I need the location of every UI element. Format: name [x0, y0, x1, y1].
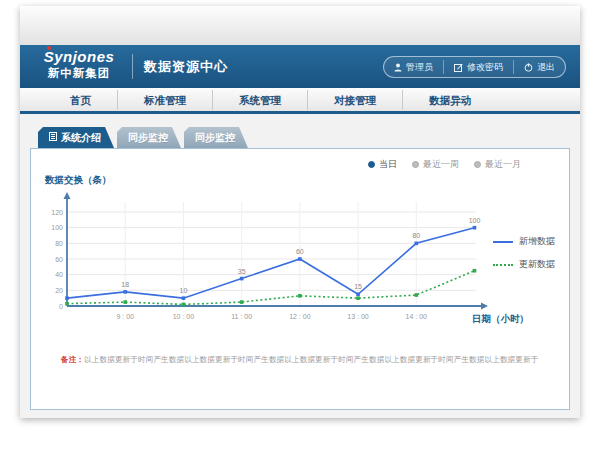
data-point — [65, 296, 69, 300]
x-tick-label: 9 : 00 — [116, 313, 134, 320]
chart-panel: 当日 最近一周 最近一月 0204060801001209 : 0010 : 0… — [30, 148, 570, 410]
logo-red-dot — [47, 46, 51, 50]
x-axis-arrow — [481, 303, 488, 310]
x-tick-label: 12 : 00 — [289, 313, 311, 320]
y-axis-arrow — [64, 192, 71, 199]
data-point — [414, 293, 418, 297]
edit-icon — [454, 63, 463, 72]
chart-legend: 新增数据 更新数据 — [493, 235, 555, 281]
tab-label: 同步监控 — [128, 127, 168, 148]
change-password-label: 修改密码 — [467, 61, 503, 74]
legend-item-updated-data: 更新数据 — [493, 258, 555, 271]
y-tick-label: 120 — [51, 209, 63, 216]
tab-sync-monitor-1[interactable]: 同步监控 — [117, 127, 181, 148]
logout-label: 退出 — [537, 61, 555, 74]
app-title: 数据资源中心 — [144, 45, 228, 88]
logo-text-cn: 新中新集团 — [36, 68, 122, 80]
data-point — [123, 300, 127, 304]
document-icon — [49, 127, 57, 148]
tab-bar: 系统介绍 同步监控 同步监控 — [38, 127, 580, 148]
nav-item-integration-mgmt[interactable]: 对接管理 — [307, 90, 402, 110]
x-tick-label: 11 : 00 — [231, 313, 252, 320]
power-icon — [524, 63, 533, 72]
legend-line-dotted — [493, 264, 513, 266]
data-point — [473, 226, 477, 230]
x-tick-label: 10 : 00 — [173, 313, 195, 320]
data-point — [473, 269, 477, 273]
point-label: 35 — [238, 268, 246, 275]
x-tick-label: 13 : 00 — [347, 313, 369, 320]
app-header: Synjones 新中新集团 数据资源中心 管理员 修改密码 — [20, 45, 580, 88]
legend-line-solid — [493, 241, 513, 243]
radio-dot — [412, 161, 419, 168]
point-label: 80 — [412, 232, 420, 239]
x-axis-title: 日期（小时） — [472, 313, 529, 325]
tab-sync-monitor-2[interactable]: 同步监控 — [184, 127, 248, 148]
y-tick-label: 40 — [55, 271, 63, 278]
y-tick-label: 0 — [59, 303, 63, 310]
data-point — [298, 257, 302, 261]
data-point — [356, 296, 360, 300]
header-divider — [132, 54, 133, 79]
data-point — [414, 242, 418, 246]
legend-item-new-data: 新增数据 — [493, 235, 555, 248]
page-top-strip — [20, 6, 580, 45]
user-label: 管理员 — [406, 61, 433, 74]
nav-item-home[interactable]: 首页 — [44, 90, 117, 110]
main-nav: 首页 标准管理 系统管理 对接管理 数据异动 — [20, 88, 580, 114]
data-point — [298, 294, 302, 298]
footnote: 备注：以上数据更新于时间产生数据以上数据更新于时间产生数据以上数据更新于时间产生… — [61, 355, 538, 365]
y-tick-label: 100 — [51, 224, 63, 231]
data-point — [240, 300, 244, 304]
tab-system-intro[interactable]: 系统介绍 — [38, 127, 114, 148]
y-axis-title: 数据交换（条） — [44, 174, 112, 186]
footnote-label: 备注： — [61, 355, 84, 364]
data-point — [123, 290, 127, 294]
nav-item-system-mgmt[interactable]: 系统管理 — [212, 90, 307, 110]
page: Synjones 新中新集团 数据资源中心 管理员 修改密码 — [20, 6, 580, 418]
point-label: 15 — [354, 283, 362, 290]
data-point — [182, 303, 186, 307]
point-label: 60 — [296, 248, 304, 255]
exchange-line-chart: 0204060801001209 : 0010 : 0011 : 0012 : … — [37, 169, 567, 331]
logo-text-en: Synjones — [44, 49, 115, 64]
radio-dot — [474, 161, 481, 168]
data-point — [65, 302, 69, 306]
nav-item-data-changes[interactable]: 数据异动 — [402, 90, 497, 110]
logout-button[interactable]: 退出 — [513, 60, 565, 74]
legend-label: 新增数据 — [519, 235, 555, 248]
point-label: 100 — [469, 217, 481, 224]
data-point — [356, 292, 360, 296]
legend-label: 更新数据 — [519, 258, 555, 271]
tab-label: 系统介绍 — [61, 127, 101, 148]
data-point — [240, 277, 244, 281]
tab-label: 同步监控 — [195, 127, 235, 148]
point-label: 10 — [180, 287, 188, 294]
logo[interactable]: Synjones 新中新集团 — [36, 49, 122, 80]
y-tick-label: 20 — [55, 287, 63, 294]
nav-item-standard-mgmt[interactable]: 标准管理 — [117, 90, 212, 110]
radio-dot — [368, 161, 375, 168]
y-tick-label: 80 — [55, 240, 63, 247]
data-point — [182, 296, 186, 300]
change-password-button[interactable]: 修改密码 — [443, 60, 513, 74]
footnote-text: 以上数据更新于时间产生数据以上数据更新于时间产生数据以上数据更新于时间产生数据以… — [84, 355, 538, 364]
point-label: 18 — [121, 281, 129, 288]
x-tick-label: 14 : 00 — [406, 313, 428, 320]
y-tick-label: 60 — [55, 256, 63, 263]
user-menu[interactable]: 管理员 — [384, 60, 443, 74]
user-toolbar: 管理员 修改密码 退出 — [383, 56, 566, 78]
user-icon — [394, 63, 402, 72]
